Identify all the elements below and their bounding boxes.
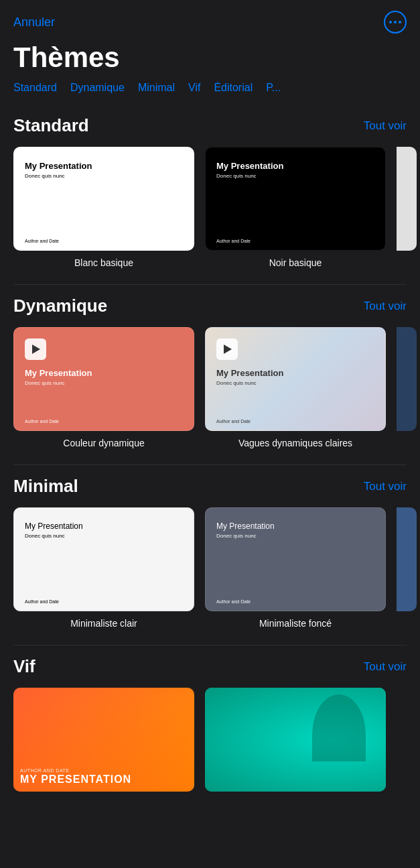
thumbnail-noir-basique: My Presentation Donec quis nunc Author a… bbox=[205, 147, 386, 251]
thumb-footer-min-light: Author and Date bbox=[25, 599, 183, 604]
section-dynamique-view-all[interactable]: Tout voir bbox=[364, 300, 407, 313]
page-title: Thèmes bbox=[0, 39, 420, 82]
thumbnail-couleur-dynamique: My Presentation Donec quis nunc Author a… bbox=[13, 327, 194, 431]
category-tabs: Standard Dynamique Minimal Vif Éditorial… bbox=[0, 82, 420, 105]
tab-vif[interactable]: Vif bbox=[188, 82, 200, 94]
theme-label-minimaliste-clair: Minimaliste clair bbox=[70, 618, 137, 629]
thumb-title-blanc: My Presentation bbox=[25, 161, 183, 171]
tab-dynamique[interactable]: Dynamique bbox=[70, 82, 125, 94]
thumbnail-minimaliste-clair: My Presentation Donec quis nunc Author a… bbox=[13, 507, 194, 611]
thumb-title-min-dark: My Presentation bbox=[216, 521, 374, 531]
thumb-subtitle-coral: Donec quis nunc bbox=[25, 380, 183, 386]
section-minimal: Minimal Tout voir My Presentation Donec … bbox=[0, 465, 420, 645]
overflow-card-standard bbox=[397, 147, 417, 251]
thumb-subtitle-min-dark: Donec quis nunc bbox=[216, 533, 374, 539]
thumbnail-vif-colorful: AUTHOR AND DATE MY PRESENTATION bbox=[13, 688, 194, 792]
section-standard-view-all[interactable]: Tout voir bbox=[364, 119, 407, 133]
top-bar: Annuler bbox=[0, 0, 420, 39]
thumb-footer-min-dark: Author and Date bbox=[216, 599, 374, 604]
tab-standard[interactable]: Standard bbox=[13, 82, 57, 94]
vif-author-date: AUTHOR AND DATE bbox=[20, 768, 188, 773]
section-standard: Standard Tout voir My Presentation Donec… bbox=[0, 105, 420, 284]
section-dynamique-title: Dynamique bbox=[13, 296, 107, 316]
theme-vif-colorful[interactable]: AUTHOR AND DATE MY PRESENTATION bbox=[13, 688, 194, 792]
section-vif-header: Vif Tout voir bbox=[13, 656, 407, 677]
thumb-subtitle-waves: Donec quis nunc bbox=[216, 380, 374, 386]
standard-themes-row: My Presentation Donec quis nunc Author a… bbox=[13, 147, 407, 268]
vif-themes-row: AUTHOR AND DATE MY PRESENTATION bbox=[13, 688, 407, 792]
thumb-title-noir: My Presentation bbox=[216, 161, 374, 171]
dynamique-themes-row: My Presentation Donec quis nunc Author a… bbox=[13, 327, 407, 448]
tab-minimal[interactable]: Minimal bbox=[138, 82, 175, 94]
thumbnail-blanc-basique: My Presentation Donec quis nunc Author a… bbox=[13, 147, 194, 251]
thumb-title-coral: My Presentation bbox=[25, 368, 183, 378]
overflow-card-minimal bbox=[397, 507, 417, 611]
play-icon-waves bbox=[216, 338, 238, 360]
play-triangle-waves bbox=[224, 345, 232, 354]
play-triangle-coral bbox=[32, 345, 40, 354]
theme-vif-teal[interactable] bbox=[205, 688, 386, 792]
theme-label-couleur-dynamique: Couleur dynamique bbox=[63, 438, 144, 448]
section-vif-view-all[interactable]: Tout voir bbox=[364, 660, 407, 674]
tab-other[interactable]: P... bbox=[266, 82, 281, 94]
vif-presentation-title: MY PRESENTATION bbox=[20, 774, 188, 785]
theme-couleur-dynamique[interactable]: My Presentation Donec quis nunc Author a… bbox=[13, 327, 194, 448]
theme-label-vagues-dynamiques: Vagues dynamiques claires bbox=[238, 438, 352, 448]
theme-label-minimaliste-fonce: Minimaliste foncé bbox=[259, 618, 332, 629]
thumb-subtitle-blanc: Donec quis nunc bbox=[25, 173, 183, 179]
thumb-content-noir: My Presentation Donec quis nunc Author a… bbox=[206, 147, 385, 250]
section-vif: Vif Tout voir AUTHOR AND DATE MY PRESENT… bbox=[0, 645, 420, 808]
thumbnail-minimaliste-fonce: My Presentation Donec quis nunc Author a… bbox=[205, 507, 386, 611]
section-minimal-header: Minimal Tout voir bbox=[13, 476, 407, 497]
cancel-button[interactable]: Annuler bbox=[13, 15, 55, 29]
section-vif-title: Vif bbox=[13, 656, 36, 677]
theme-noir-basique[interactable]: My Presentation Donec quis nunc Author a… bbox=[205, 147, 386, 268]
section-minimal-title: Minimal bbox=[13, 476, 78, 497]
section-minimal-view-all[interactable]: Tout voir bbox=[364, 480, 407, 493]
thumb-subtitle-noir: Donec quis nunc bbox=[216, 173, 374, 179]
theme-minimaliste-clair[interactable]: My Presentation Donec quis nunc Author a… bbox=[13, 507, 194, 629]
thumb-title-min-light: My Presentation bbox=[25, 521, 183, 531]
play-icon-coral bbox=[25, 338, 46, 360]
theme-label-noir: Noir basique bbox=[269, 257, 322, 268]
thumb-content-blanc: My Presentation Donec quis nunc Author a… bbox=[14, 147, 194, 250]
more-dots-icon bbox=[389, 21, 401, 23]
thumb-footer-waves: Author and Date bbox=[216, 419, 374, 424]
vif-text-area: AUTHOR AND DATE MY PRESENTATION bbox=[20, 768, 188, 785]
section-standard-title: Standard bbox=[13, 115, 89, 136]
thumb-content-min-dark: My Presentation Donec quis nunc Author a… bbox=[206, 508, 385, 611]
minimal-themes-row: My Presentation Donec quis nunc Author a… bbox=[13, 507, 407, 629]
thumb-footer-coral: Author and Date bbox=[25, 419, 183, 424]
more-options-button[interactable] bbox=[384, 11, 407, 34]
section-dynamique-header: Dynamique Tout voir bbox=[13, 296, 407, 316]
thumb-title-waves: My Presentation bbox=[216, 368, 374, 378]
thumb-footer-blanc: Author and Date bbox=[25, 239, 183, 243]
theme-label-blanc: Blanc basique bbox=[74, 257, 133, 268]
thumbnail-vif-teal bbox=[205, 688, 386, 792]
thumb-footer-noir: Author and Date bbox=[216, 239, 374, 243]
thumbnail-vagues-dynamiques: My Presentation Donec quis nunc Author a… bbox=[205, 327, 386, 431]
thumb-content-min-light: My Presentation Donec quis nunc Author a… bbox=[14, 508, 194, 611]
overflow-card-dynamique bbox=[397, 327, 417, 431]
theme-minimaliste-fonce[interactable]: My Presentation Donec quis nunc Author a… bbox=[205, 507, 386, 629]
thumb-subtitle-min-light: Donec quis nunc bbox=[25, 533, 183, 539]
theme-blanc-basique[interactable]: My Presentation Donec quis nunc Author a… bbox=[13, 147, 194, 268]
theme-vagues-dynamiques[interactable]: My Presentation Donec quis nunc Author a… bbox=[205, 327, 386, 448]
tab-editorial[interactable]: Éditorial bbox=[214, 82, 253, 94]
section-dynamique: Dynamique Tout voir My Presentation Done… bbox=[0, 285, 420, 464]
section-standard-header: Standard Tout voir bbox=[13, 115, 407, 136]
